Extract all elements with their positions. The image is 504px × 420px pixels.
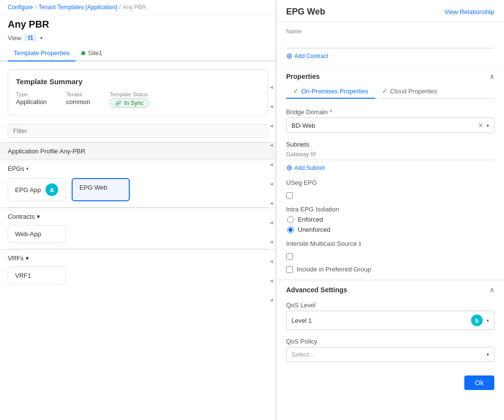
vrfs-chevron-icon[interactable]: ▾	[26, 255, 29, 262]
tenant-value: common	[66, 98, 91, 105]
advanced-title-row: Advanced Settings ∧	[286, 286, 494, 294]
radio-enforced: Enforced	[287, 216, 494, 223]
epg-web-label: EPG Web	[79, 184, 107, 191]
arrow-10[interactable]: ◀	[267, 252, 275, 271]
properties-title: Properties	[286, 73, 320, 80]
breadcrumb: Configure / Tenant Templates [Applicatio…	[0, 0, 275, 15]
preferred-group-checkbox[interactable]	[286, 266, 293, 273]
status-value: In Sync	[124, 100, 143, 106]
ok-button-row: Ok	[276, 370, 504, 396]
on-premises-label: On-Premises Properties	[301, 88, 368, 95]
add-contract-link[interactable]: ⊕ Add Contract	[286, 51, 494, 60]
status-label: Template Status	[109, 91, 149, 97]
view-relationship-link[interactable]: View Relationship	[444, 8, 494, 15]
qos-policy-chevron-icon[interactable]: ▾	[487, 352, 489, 357]
right-panel-title: EPG Web	[286, 7, 325, 17]
qos-level-badge-area: b ▾	[471, 315, 489, 326]
preferred-group-label: Include in Preferred Group	[297, 266, 371, 273]
cloud-check-icon: ✓	[382, 87, 388, 95]
advanced-settings-section: Advanced Settings ∧ QoS Level Level 1 b …	[276, 280, 504, 370]
view-row: View t1 ▾	[0, 32, 275, 45]
properties-section: Properties ∧ ✓ On-Premises Properties ✓ …	[276, 67, 504, 105]
bridge-domain-group: Bridge Domain * BD-Web ✕ ▾	[276, 105, 504, 137]
qos-level-select[interactable]: Level 1 b ▾	[286, 311, 494, 330]
qos-level-chevron-icon[interactable]: ▾	[487, 318, 489, 323]
add-contract-label: Add Contract	[294, 53, 328, 60]
add-icon: ⊕	[286, 51, 292, 60]
arrow-4[interactable]: ◀	[267, 135, 275, 155]
qos-policy-select[interactable]: Select... ▾	[286, 347, 494, 362]
bridge-domain-value: BD-Web	[291, 122, 315, 129]
breadcrumb-sep1: /	[35, 4, 36, 11]
useg-epg-checkbox[interactable]	[286, 192, 293, 199]
add-subnet-link[interactable]: ⊕ Add Subnet	[286, 163, 494, 172]
qos-level-value: Level 1	[291, 317, 312, 324]
preferred-group-group: Include in Preferred Group	[276, 263, 504, 276]
qos-policy-label: QoS Policy	[286, 338, 494, 345]
bridge-domain-clear-btn[interactable]: ✕	[478, 121, 484, 129]
qos-level-label: QoS Level	[286, 301, 494, 309]
epgs-label: EPGs	[8, 165, 24, 172]
on-premises-check-icon: ✓	[293, 87, 299, 95]
advanced-collapse-btn[interactable]: ∧	[489, 286, 494, 294]
radio-unenforced: Unenforced	[287, 226, 494, 233]
bridge-domain-actions: ✕ ▾	[478, 121, 489, 129]
epg-card-app[interactable]: EPG App a	[8, 178, 66, 201]
view-chevron-icon[interactable]: ▾	[40, 35, 43, 41]
epg-card-web[interactable]: EPG Web	[72, 178, 130, 201]
arrow-1[interactable]: ◀	[267, 77, 275, 97]
arrow-11[interactable]: ◀	[267, 271, 275, 290]
type-value: Application	[16, 98, 47, 105]
subnets-label: Subnets	[286, 141, 494, 148]
template-summary-card: Template Summary Type Application Tenant…	[8, 69, 268, 116]
arrow-9[interactable]: ◀	[267, 232, 275, 252]
contract-web-app[interactable]: Web-App	[8, 225, 66, 243]
vrfs-label: VRFs	[8, 255, 24, 262]
sub-tabs: ✓ On-Premises Properties ✓ Cloud Propert…	[286, 84, 494, 99]
arrow-6[interactable]: ◀	[267, 174, 275, 194]
intersite-checkbox[interactable]	[286, 253, 293, 260]
ok-button[interactable]: Ok	[464, 375, 494, 390]
name-input[interactable]	[286, 37, 494, 48]
view-value-badge[interactable]: t1	[24, 34, 37, 42]
summary-tenant: Tenant common	[66, 91, 91, 108]
tab-site1-label: Site1	[88, 49, 103, 57]
filter-input[interactable]	[8, 124, 268, 138]
intersite-info-icon[interactable]: ℹ	[359, 240, 361, 247]
arrow-7[interactable]: ◀	[267, 194, 275, 213]
useg-epg-checkbox-row	[276, 189, 504, 202]
properties-title-row: Properties ∧	[286, 73, 494, 80]
epg-app-label: EPG App	[15, 186, 41, 194]
arrow-12[interactable]: ◀	[267, 290, 275, 310]
contracts-chevron-icon[interactable]: ▾	[37, 213, 40, 220]
sub-tab-cloud[interactable]: ✓ Cloud Properties	[375, 84, 444, 99]
tenant-label: Tenant	[66, 91, 91, 97]
arrow-2[interactable]: ◀	[267, 97, 275, 116]
bridge-domain-select[interactable]: BD-Web ✕ ▾	[286, 118, 494, 133]
sub-tab-on-premises[interactable]: ✓ On-Premises Properties	[286, 84, 375, 99]
intra-epg-radio-group: Enforced Unenforced	[286, 216, 494, 233]
summary-grid: Type Application Tenant common Template …	[16, 91, 260, 108]
radio-unenforced-input[interactable]	[287, 226, 294, 233]
name-section: Name ⊕ Add Contract	[276, 22, 504, 67]
badge-a: a	[46, 183, 58, 196]
arrow-8[interactable]: ◀	[267, 213, 275, 232]
breadcrumb-configure[interactable]: Configure	[8, 4, 33, 11]
arrow-3[interactable]: ◀	[267, 116, 275, 135]
breadcrumb-tenant-templates[interactable]: Tenant Templates [Application]	[38, 4, 117, 11]
properties-collapse-btn[interactable]: ∧	[489, 73, 494, 80]
vrfs-header: VRFs ▾	[0, 249, 275, 265]
vrf-vrf1[interactable]: VRF1	[8, 267, 66, 285]
breadcrumb-current: Any PBR	[122, 4, 146, 11]
qos-policy-group: QoS Policy Select... ▾	[286, 334, 494, 366]
radio-enforced-input[interactable]	[287, 216, 294, 223]
radio-enforced-label: Enforced	[298, 216, 323, 223]
arrow-5[interactable]: ◀	[267, 155, 275, 174]
tab-template-properties[interactable]: Template Properties	[8, 45, 76, 61]
tab-site1[interactable]: Site1	[76, 45, 108, 60]
bridge-domain-chevron-icon[interactable]: ▾	[487, 123, 489, 128]
cloud-label: Cloud Properties	[390, 88, 437, 95]
badge-b: b	[471, 315, 483, 326]
contracts-label: Contracts	[8, 213, 35, 220]
epgs-chevron-icon[interactable]: ▾	[26, 166, 29, 171]
